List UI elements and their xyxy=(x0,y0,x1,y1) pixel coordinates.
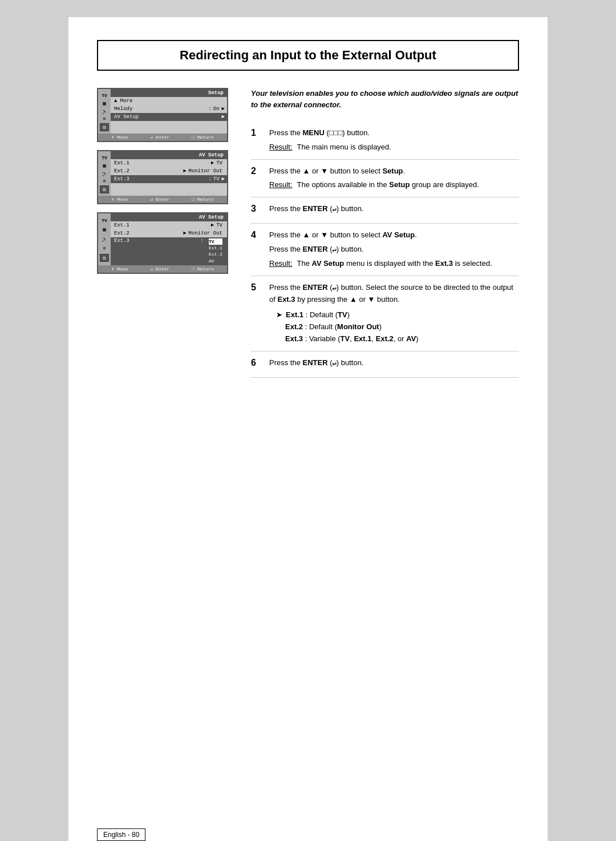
screen3-dropdown: TV Ext.1 Ext.2 AV xyxy=(206,238,225,265)
step-1-instruction: Press the MENU (□□□) button. xyxy=(269,127,519,139)
step-2-result-label: Result: xyxy=(269,179,292,191)
icon-channel-2: ≡ xyxy=(100,177,109,185)
screen3-sidebar: TV ▦ 🔊 ≡ ⚙ xyxy=(98,213,111,265)
icon-picture: ▦ xyxy=(100,99,109,107)
step-4-number: 4 xyxy=(251,229,262,270)
screen1-main: TV ▦ 🔊 ≡ ⚙ Setup ▲ More xyxy=(98,89,227,134)
step-3-instruction: Press the ENTER (↵) button. xyxy=(269,203,519,215)
icon-tv-2: TV xyxy=(100,153,109,161)
content-area: TV ▦ 🔊 ≡ ⚙ Setup ▲ More xyxy=(97,88,519,378)
screen3-content: AV Setup Ext.1 ► TV Ext.2 ► Monitor Out xyxy=(111,213,227,265)
screen2-footer: ⬆ Move ↵ Enter □ Return xyxy=(98,196,227,203)
step-1-result-label: Result: xyxy=(269,141,292,153)
step-5-number: 5 xyxy=(251,282,262,345)
step-5-instruction: Press the ENTER (↵) button. Select the s… xyxy=(269,282,519,306)
icon-picture-2: ▦ xyxy=(100,161,109,169)
icon-setup-2: ⚙ xyxy=(100,185,109,193)
screen2-content: AV Setup Ext.1 ► TV Ext.2 ► Monitor Out xyxy=(111,151,227,196)
footer-enter-1: ↵ Enter xyxy=(150,135,169,140)
step-6: 6 Press the ENTER (↵) button. xyxy=(251,351,519,378)
icon-sound: 🔊 xyxy=(100,107,109,115)
screen3-header-right: AV Setup xyxy=(199,215,224,220)
tv-screen-3: TV ▦ 🔊 ≡ ⚙ AV Setup Ext.1 ► xyxy=(97,212,228,274)
step-1-result-text: The main menu is displayed. xyxy=(297,141,391,153)
page: Redirecting an Input to the External Out… xyxy=(68,17,548,841)
note-ext1: ➤ Ext.1 : Default (TV) xyxy=(276,309,519,321)
icon-tv-3: TV xyxy=(100,216,109,224)
step-1-number: 1 xyxy=(251,127,262,153)
footer-move-2: ⬆ Move xyxy=(112,197,128,202)
step-2-instruction: Press the ▲ or ▼ button to select Setup. xyxy=(269,165,519,177)
screen2-header: AV Setup xyxy=(111,151,227,159)
footer-move-1: ⬆ Move xyxy=(112,135,128,140)
icon-tv: TV xyxy=(100,91,109,99)
step-2: 2 Press the ▲ or ▼ button to select Setu… xyxy=(251,160,519,198)
screen1-content: Setup ▲ More Melody : On ► xyxy=(111,89,227,134)
step-4: 4 Press the ▲ or ▼ button to select AV S… xyxy=(251,224,519,276)
icon-sound-2: 🔊 xyxy=(100,169,109,177)
page-title-box: Redirecting an Input to the External Out… xyxy=(97,40,519,71)
footer-move-3: ⬆ Move xyxy=(112,266,128,272)
note-ext3-text: Ext.3 : Variable (TV, Ext.1, Ext.2, or A… xyxy=(285,333,419,345)
footer-enter-2: ↵ Enter xyxy=(150,197,169,202)
icon-sound-3: 🔊 xyxy=(100,235,109,243)
step-6-number: 6 xyxy=(251,357,262,371)
screen1-sidebar: TV ▦ 🔊 ≡ ⚙ xyxy=(98,89,111,134)
note-ext3: Ext.3 : Variable (TV, Ext.1, Ext.2, or A… xyxy=(276,333,519,345)
step-6-content: Press the ENTER (↵) button. xyxy=(269,357,519,371)
icon-setup-active: ⚙ xyxy=(100,123,109,131)
step-4-result-text: The AV Setup menu is displayed with the … xyxy=(297,258,492,270)
icon-picture-3: ▦ xyxy=(100,226,109,234)
footer-return-3: □ Return xyxy=(192,266,213,272)
right-column: Your television enables you to choose wh… xyxy=(251,88,519,378)
step-5: 5 Press the ENTER (↵) button. Select the… xyxy=(251,276,519,351)
step-4-result-label: Result: xyxy=(269,258,292,270)
step-3-number: 3 xyxy=(251,203,262,217)
screen3-row-ext1: Ext.1 ► TV xyxy=(111,221,227,229)
screen1-footer: ⬆ Move ↵ Enter □ Return xyxy=(98,134,227,141)
step-1-content: Press the MENU (□□□) button. Result: The… xyxy=(269,127,519,153)
icon-channel: ≡ xyxy=(100,115,109,123)
icon-setup-3: ⚙ xyxy=(100,254,109,262)
step-5-content: Press the ENTER (↵) button. Select the s… xyxy=(269,282,519,345)
step-1-result: Result: The main menu is displayed. xyxy=(269,141,519,153)
step-4-content: Press the ▲ or ▼ button to select AV Set… xyxy=(269,229,519,270)
screen1-header: Setup xyxy=(111,89,227,97)
screen1-row-avsetup: AV Setup ► xyxy=(111,113,227,121)
footer-text: English - 80 xyxy=(103,831,139,839)
step-3: 3 Press the ENTER (↵) button. xyxy=(251,197,519,224)
steps-list: 1 Press the MENU (□□□) button. Result: T… xyxy=(251,122,519,378)
screen3-header: AV Setup xyxy=(111,213,227,221)
tv-screen-2: TV ▦ 🔊 ≡ ⚙ AV Setup Ext.1 ► xyxy=(97,150,228,204)
screen2-row-ext2: Ext.2 ► Monitor Out xyxy=(111,167,227,175)
screen2-header-right: AV Setup xyxy=(199,152,224,158)
screen2-row-ext3: Ext.3 : TV ► xyxy=(111,175,227,183)
step-1: 1 Press the MENU (□□□) button. Result: T… xyxy=(251,122,519,160)
note-ext1-text: Ext.1 : Default (TV) xyxy=(286,309,350,321)
step-5-notes: ➤ Ext.1 : Default (TV) Ext.2 : Default (… xyxy=(269,309,519,345)
note-ext2-text: Ext.2 : Default (Monitor Out) xyxy=(285,321,382,333)
screen3-main: TV ▦ 🔊 ≡ ⚙ AV Setup Ext.1 ► xyxy=(98,213,227,265)
step-2-content: Press the ▲ or ▼ button to select Setup.… xyxy=(269,165,519,192)
step-2-result-text: The options available in the Setup group… xyxy=(297,179,479,191)
step-4-result: Result: The AV Setup menu is displayed w… xyxy=(269,258,519,270)
step-2-result: Result: The options available in the Set… xyxy=(269,179,519,191)
screen1-header-right: Setup xyxy=(208,90,224,96)
screen3-row-ext2: Ext.2 ► Monitor Out xyxy=(111,229,227,237)
screen2-main: TV ▦ 🔊 ≡ ⚙ AV Setup Ext.1 ► xyxy=(98,151,227,196)
tv-screen-1: TV ▦ 🔊 ≡ ⚙ Setup ▲ More xyxy=(97,88,228,142)
step-6-instruction: Press the ENTER (↵) button. xyxy=(269,357,519,369)
step-4-instruction: Press the ▲ or ▼ button to select AV Set… xyxy=(269,229,519,241)
footer-return-2: □ Return xyxy=(192,197,213,202)
footer-return-1: □ Return xyxy=(192,135,213,140)
left-column: TV ▦ 🔊 ≡ ⚙ Setup ▲ More xyxy=(97,88,234,378)
screen2-sidebar: TV ▦ 🔊 ≡ ⚙ xyxy=(98,151,111,196)
page-title: Redirecting an Input to the External Out… xyxy=(110,48,506,63)
screen3-footer: ⬆ Move ↵ Enter □ Return xyxy=(98,265,227,273)
screen2-row-ext1: Ext.1 ► TV xyxy=(111,159,227,167)
screen3-row-ext3: Ext.3 : TV Ext.1 Ext.2 AV xyxy=(111,237,227,265)
step-2-number: 2 xyxy=(251,165,262,192)
step-3-content: Press the ENTER (↵) button. xyxy=(269,203,519,217)
screen1-row-melody: Melody : On ► xyxy=(111,105,227,113)
screen1-row-more: ▲ More xyxy=(111,97,227,105)
